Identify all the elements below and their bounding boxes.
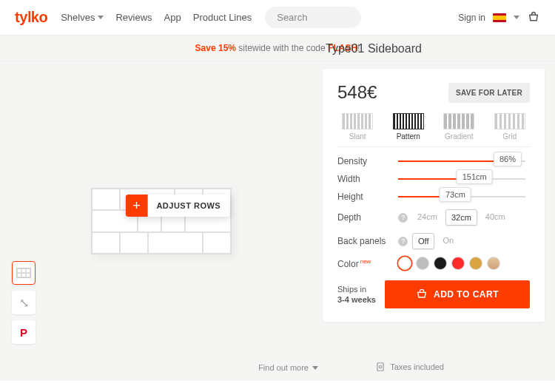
backpanels-control: Back panels ? Off On xyxy=(337,233,530,249)
height-slider[interactable]: 73cm xyxy=(398,196,525,197)
cta-row: Ships in 3-4 weeks ADD TO CART xyxy=(337,280,530,308)
sign-in-link[interactable]: Sign in xyxy=(458,13,485,23)
logo[interactable]: tylko xyxy=(15,9,47,26)
dimensions-button[interactable]: ⤡ xyxy=(12,291,36,314)
receipt-icon xyxy=(375,362,386,372)
nav-product-lines[interactable]: Product Lines xyxy=(193,12,252,23)
header: tylko Shelves Reviews App Product Lines … xyxy=(0,0,555,36)
width-slider[interactable]: 151cm xyxy=(398,178,525,180)
style-slant[interactable]: Slant xyxy=(337,113,378,141)
nav-reviews[interactable]: Reviews xyxy=(115,12,152,23)
nav-app[interactable]: App xyxy=(164,12,181,23)
style-grid[interactable]: Grid xyxy=(490,113,531,141)
view-thumbnail-button[interactable] xyxy=(12,261,36,285)
pinterest-icon: P xyxy=(20,326,27,339)
product-title: Type01 Sideboard xyxy=(326,42,422,55)
config-panel: 548€ SAVE FOR LATER Slant Pattern Gradie… xyxy=(323,69,545,322)
depth-24[interactable]: 24cm xyxy=(412,209,443,226)
nav-shelves[interactable]: Shelves xyxy=(61,12,104,23)
back-off[interactable]: Off xyxy=(412,233,434,249)
color-beige[interactable] xyxy=(487,257,500,270)
adjust-rows-pill[interactable]: + ADJUST ROWS xyxy=(125,195,229,217)
find-out-more-link[interactable]: Find out more xyxy=(258,363,318,372)
locale-flag-icon[interactable] xyxy=(493,13,506,22)
depth-segmented: 24cm 32cm 40cm xyxy=(412,209,511,226)
color-white[interactable] xyxy=(398,257,411,270)
depth-control: Depth ? 24cm 32cm 40cm xyxy=(337,209,530,226)
main-area: + ADJUST ROWS ⤡ P Type01 Sideboard 548€ … xyxy=(0,61,555,381)
taxes-info: Taxes included xyxy=(375,362,444,372)
price: 548€ xyxy=(337,82,377,103)
svg-rect-0 xyxy=(377,363,383,371)
color-control: Colornew xyxy=(337,257,530,270)
svg-point-1 xyxy=(379,365,382,368)
plus-icon[interactable]: + xyxy=(125,195,147,217)
depth-32[interactable]: 32cm xyxy=(445,209,477,226)
color-swatches xyxy=(398,257,500,270)
chevron-down-icon xyxy=(312,366,318,370)
chevron-down-icon[interactable] xyxy=(514,16,519,19)
ships-info: Ships in 3-4 weeks xyxy=(337,284,376,305)
info-icon[interactable]: ? xyxy=(398,237,408,246)
style-selector: Slant Pattern Gradient Grid xyxy=(337,113,530,147)
chevron-down-icon xyxy=(98,16,104,19)
height-control: Height 73cm xyxy=(337,192,530,202)
width-control: Width 151cm xyxy=(337,174,530,184)
search-input[interactable]: Search xyxy=(265,7,361,28)
style-gradient[interactable]: Gradient xyxy=(439,113,480,141)
color-black[interactable] xyxy=(434,257,447,270)
adjust-rows-label: ADJUST ROWS xyxy=(147,201,229,210)
color-grey[interactable] xyxy=(416,257,429,270)
viewer-tools: ⤡ P xyxy=(12,261,36,344)
style-pattern[interactable]: Pattern xyxy=(388,113,429,141)
color-oak[interactable] xyxy=(469,257,482,270)
promo-banner: Save 15% sitewide with the code FLASH! xyxy=(0,36,555,61)
density-control: Density 86% xyxy=(337,156,530,166)
color-red[interactable] xyxy=(451,257,465,270)
header-right: Sign in xyxy=(458,11,540,24)
density-slider[interactable]: 86% xyxy=(398,160,525,162)
depth-40[interactable]: 40cm xyxy=(480,209,511,226)
backpanels-segmented: Off On xyxy=(412,233,459,249)
back-on[interactable]: On xyxy=(437,233,459,249)
info-icon[interactable]: ? xyxy=(398,213,408,223)
product-viewer[interactable]: + ADJUST ROWS ⤡ P xyxy=(0,61,323,381)
ruler-icon: ⤡ xyxy=(19,296,29,310)
main-nav: Shelves Reviews App Product Lines xyxy=(61,12,252,23)
save-for-later-button[interactable]: SAVE FOR LATER xyxy=(448,83,530,103)
cart-icon xyxy=(416,289,428,300)
cart-icon[interactable] xyxy=(527,11,540,24)
add-to-cart-button[interactable]: ADD TO CART xyxy=(385,280,530,308)
pinterest-button[interactable]: P xyxy=(12,320,36,344)
